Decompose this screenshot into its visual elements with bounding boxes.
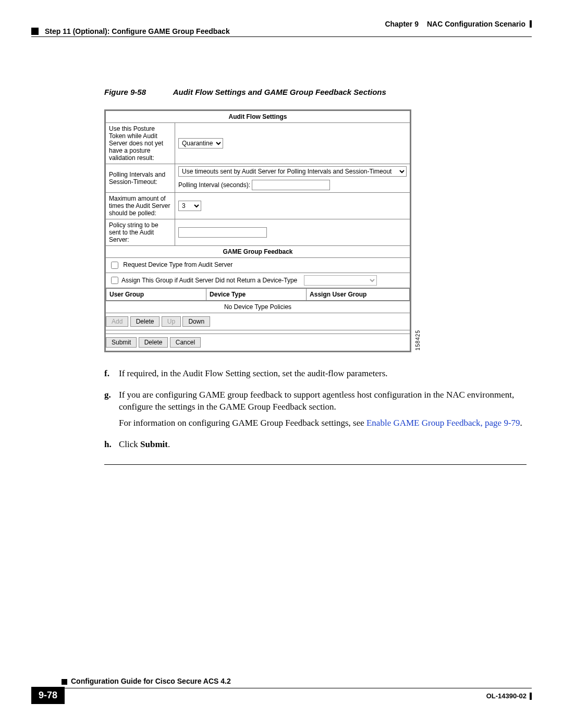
posture-token-label: Use this Posture Token while Audit Serve… xyxy=(106,123,175,164)
cancel-button[interactable]: Cancel xyxy=(170,337,201,348)
header-end-bar-icon xyxy=(530,20,532,28)
chapter-heading: Chapter 9 NAC Configuration Scenario xyxy=(385,20,532,28)
footer-end-bar-icon xyxy=(530,693,532,700)
settings-screenshot: 158425 Audit Flow Settings Use this Post… xyxy=(104,109,411,352)
figure-title: Audit Flow Settings and GAME Group Feedb… xyxy=(173,88,386,96)
policy-string-label: Policy string to be sent to the Audit Se… xyxy=(106,219,175,246)
assign-group-select[interactable] xyxy=(304,275,377,286)
delete-button[interactable]: Delete xyxy=(139,337,168,348)
instruction-list: f. If required, in the Audit Flow Settin… xyxy=(104,368,527,455)
col-device-type: Device Type xyxy=(206,289,307,301)
step-text: If required, in the Audit Flow Setting s… xyxy=(119,368,527,380)
step-text: For information on configuring GAME Grou… xyxy=(119,417,527,429)
polling-timeout-select[interactable]: Use timeouts sent by Audit Server for Po… xyxy=(178,166,407,177)
cross-ref-link[interactable]: Enable GAME Group Feedback, page 9-79 xyxy=(366,418,520,428)
assign-group-label: Assign This Group if Audit Server Did no… xyxy=(121,277,304,284)
section-bullet-icon xyxy=(31,28,39,35)
add-button[interactable]: Add xyxy=(106,316,128,327)
submit-button[interactable]: Submit xyxy=(106,337,137,348)
chapter-title: NAC Configuration Scenario xyxy=(427,20,525,28)
content-end-rule xyxy=(104,464,527,465)
posture-token-select[interactable]: Quarantine xyxy=(178,138,223,149)
step-marker: h. xyxy=(104,439,119,455)
max-poll-select[interactable]: 3 xyxy=(178,201,201,211)
header-rule xyxy=(31,36,532,37)
down-button[interactable]: Down xyxy=(182,316,210,327)
section-heading: Step 11 (Optional): Configure GAME Group… xyxy=(31,27,230,35)
audit-flow-header: Audit Flow Settings xyxy=(106,111,410,123)
col-user-group: User Group xyxy=(106,289,206,301)
document-id: OL-14390-02 xyxy=(486,692,532,700)
step-g: g. If you are configuring GAME group fee… xyxy=(104,389,527,434)
step-marker: f. xyxy=(104,368,119,384)
page-header: Chapter 9 NAC Configuration Scenario Ste… xyxy=(0,0,563,56)
guide-title: Configuration Guide for Cisco Secure ACS… xyxy=(71,677,231,685)
step-text: If you are configuring GAME group feedba… xyxy=(119,389,527,413)
request-device-type-label: Request Device Type from Audit Server xyxy=(123,261,232,268)
step-f: f. If required, in the Audit Flow Settin… xyxy=(104,368,527,384)
figure-image-id: 158425 xyxy=(415,330,421,350)
polling-interval-sublabel: Polling Interval (seconds): xyxy=(178,181,250,189)
game-feedback-header: GAME Group Feedback xyxy=(106,246,410,258)
figure-caption: Figure 9-58 Audit Flow Settings and GAME… xyxy=(104,88,527,96)
max-poll-label: Maximum amount of times the Audit Server… xyxy=(106,193,175,219)
polling-intervals-label: Polling Intervals and Session-Timeout: xyxy=(106,164,175,193)
step-h: h. Click Submit. xyxy=(104,439,527,455)
request-device-type-checkbox[interactable] xyxy=(111,262,118,269)
polling-interval-input[interactable] xyxy=(252,180,330,190)
no-policies-row: No Device Type Policies xyxy=(106,301,410,313)
footer-rule xyxy=(31,688,532,688)
assign-group-checkbox[interactable] xyxy=(111,277,118,284)
figure-number: Figure 9-58 xyxy=(104,88,146,96)
up-button[interactable]: Up xyxy=(162,316,181,327)
step-text: Click Submit. xyxy=(119,439,527,451)
delete-policy-button[interactable]: Delete xyxy=(130,316,160,327)
footer-bullet-icon xyxy=(62,679,67,685)
col-assign-user-group: Assign User Group xyxy=(307,289,410,301)
policy-string-input[interactable] xyxy=(178,227,267,238)
step-marker: g. xyxy=(104,389,119,434)
section-title: Step 11 (Optional): Configure GAME Group… xyxy=(45,27,230,35)
chapter-number: Chapter 9 xyxy=(385,20,419,28)
page-number: 9-78 xyxy=(31,687,65,704)
